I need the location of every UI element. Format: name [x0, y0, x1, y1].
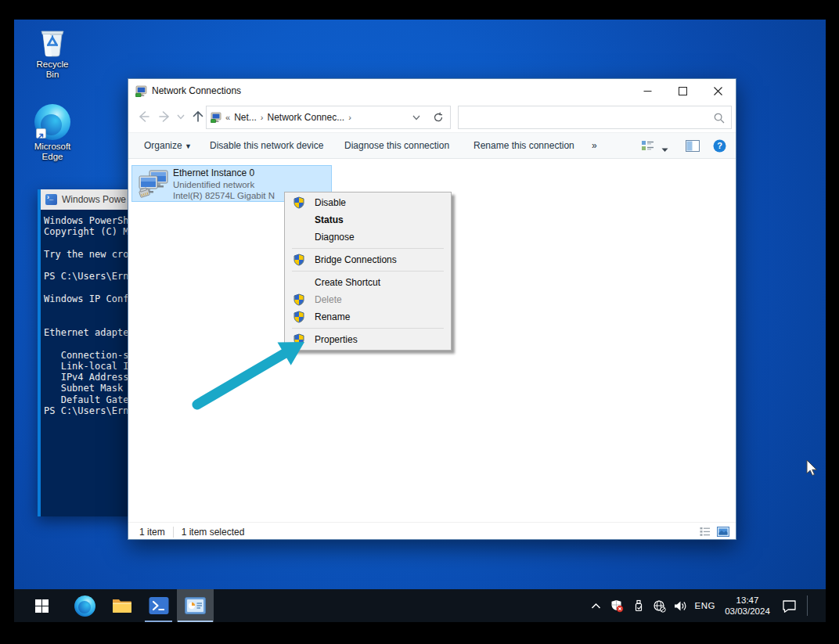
menu-item-create-shortcut[interactable]: Create Shortcut — [285, 274, 451, 291]
connection-device: Intel(R) 82574L Gigabit N — [173, 190, 275, 201]
navigation-bar: « Net... › Network Connec... › — [128, 103, 736, 132]
item-count: 1 item — [139, 527, 165, 538]
menu-item-properties[interactable]: Properties — [285, 331, 451, 348]
help-icon: ? — [713, 139, 726, 153]
address-dropdown-icon[interactable] — [412, 112, 427, 123]
powershell-title: Windows Powe — [62, 194, 126, 205]
menu-item-disable[interactable]: Disable — [285, 194, 451, 211]
taskbar-clock[interactable]: 13:47 03/03/2024 — [722, 595, 772, 617]
recent-locations-dropdown[interactable] — [177, 114, 185, 120]
uac-shield-icon — [293, 333, 305, 346]
help-button[interactable]: ? — [713, 139, 726, 155]
edge-icon — [34, 104, 70, 140]
breadcrumb-separator: › — [261, 113, 264, 122]
menu-item-delete[interactable]: Delete — [285, 291, 451, 308]
command-bar: Organize ▼ Disable this network device D… — [128, 132, 736, 159]
window-titlebar[interactable]: Network Connections — [128, 79, 736, 103]
minimize-button[interactable] — [630, 79, 665, 103]
control-panel-icon — [185, 597, 206, 614]
desktop-icon-microsoft-edge[interactable]: Microsoft Edge — [30, 104, 75, 162]
view-icon — [641, 139, 654, 153]
usb-device-icon[interactable] — [632, 589, 646, 622]
diagnose-connection-button[interactable]: Diagnose this connection — [344, 140, 449, 151]
ethernet-adapter-icon — [137, 169, 170, 199]
uac-shield-icon — [293, 293, 305, 306]
language-indicator[interactable]: ENG — [695, 601, 715, 610]
forward-button[interactable] — [158, 110, 172, 124]
disable-device-button[interactable]: Disable this network device — [210, 140, 323, 151]
back-button[interactable] — [136, 110, 150, 124]
show-desktop-button[interactable] — [815, 589, 819, 622]
connection-name: Ethernet Instance 0 — [173, 167, 275, 179]
edge-icon — [74, 595, 95, 617]
large-icons-view-toggle[interactable] — [717, 527, 729, 537]
uac-shield-icon — [293, 311, 305, 323]
desktop: Recycle Bin Microsoft Edge Windows Powe … — [14, 20, 826, 622]
breadcrumb-separator: › — [348, 113, 351, 122]
svg-text:?: ? — [717, 141, 722, 150]
menu-item-status[interactable]: Status — [285, 211, 451, 228]
toolbar-overflow-chevron[interactable]: » — [592, 140, 597, 151]
uac-shield-icon — [293, 254, 305, 266]
preview-pane-button[interactable] — [686, 140, 700, 154]
details-view-toggle[interactable] — [700, 527, 711, 537]
taskbar-file-explorer-button[interactable] — [103, 589, 140, 622]
organize-menu[interactable]: Organize ▼ — [144, 140, 192, 151]
show-desktop-divider — [807, 595, 808, 616]
search-input[interactable] — [458, 106, 732, 129]
maximize-button[interactable] — [665, 79, 700, 103]
menu-separator — [292, 271, 444, 272]
taskbar: ENG 13:47 03/03/2024 — [14, 589, 826, 622]
refresh-icon — [433, 112, 444, 123]
start-button[interactable] — [23, 589, 60, 622]
connection-status: Unidentified network — [173, 179, 275, 191]
refresh-button[interactable] — [427, 106, 451, 129]
shortcut-arrow-icon — [36, 128, 46, 139]
menu-separator — [292, 328, 444, 329]
taskbar-powershell-button[interactable] — [140, 589, 177, 622]
recycle-bin-icon — [34, 22, 70, 58]
active-window-indicator — [178, 621, 213, 622]
context-menu: Disable Status Diagnose Bridge Connectio… — [284, 192, 452, 351]
statusbar-divider — [173, 527, 174, 538]
view-dropdown-icon[interactable] — [661, 144, 668, 155]
address-bar[interactable]: « Net... › Network Connec... › — [206, 106, 427, 129]
search-icon — [714, 113, 725, 124]
powershell-icon — [45, 194, 57, 205]
window-title: Network Connections — [152, 85, 630, 96]
open-window-indicator — [145, 621, 172, 622]
file-explorer-icon — [112, 597, 132, 614]
menu-item-rename[interactable]: Rename — [285, 308, 451, 326]
windows-defender-icon[interactable] — [610, 589, 625, 622]
mouse-cursor — [807, 460, 816, 476]
connection-details: Ethernet Instance 0 Unidentified network… — [173, 166, 275, 201]
clock-date: 03/03/2024 — [722, 606, 772, 617]
up-button[interactable] — [191, 110, 205, 124]
selection-count: 1 item selected — [182, 527, 245, 538]
volume-icon[interactable] — [674, 589, 688, 622]
network-globe-icon[interactable] — [653, 589, 667, 622]
desktop-icon-label: Recycle Bin — [30, 59, 75, 80]
system-tray: ENG 13:47 03/03/2024 — [589, 589, 826, 622]
breadcrumb-item[interactable]: Network Connec... — [267, 112, 344, 123]
menu-item-diagnose[interactable]: Diagnose — [285, 228, 451, 246]
address-bar-icon — [211, 112, 221, 123]
windows-logo-icon — [35, 599, 49, 613]
network-connections-icon — [135, 85, 147, 97]
tray-overflow-chevron[interactable] — [589, 589, 603, 622]
status-bar: 1 item 1 item selected — [128, 522, 736, 541]
desktop-icon-recycle-bin[interactable]: Recycle Bin — [30, 22, 75, 80]
preview-pane-icon — [686, 140, 700, 152]
taskbar-network-connections-button[interactable] — [177, 589, 214, 622]
breadcrumb-item[interactable]: Net... — [234, 112, 257, 123]
powershell-icon — [149, 595, 169, 616]
rename-connection-button[interactable]: Rename this connection — [474, 140, 574, 151]
breadcrumb-prefix: « — [225, 113, 230, 122]
close-button[interactable] — [700, 79, 736, 103]
change-view-button[interactable] — [641, 139, 654, 155]
desktop-icon-label: Microsoft Edge — [30, 142, 75, 162]
menu-item-bridge-connections[interactable]: Bridge Connections — [285, 251, 451, 268]
taskbar-edge-button[interactable] — [67, 589, 103, 622]
menu-separator — [292, 248, 444, 249]
action-center-icon[interactable] — [780, 589, 798, 622]
